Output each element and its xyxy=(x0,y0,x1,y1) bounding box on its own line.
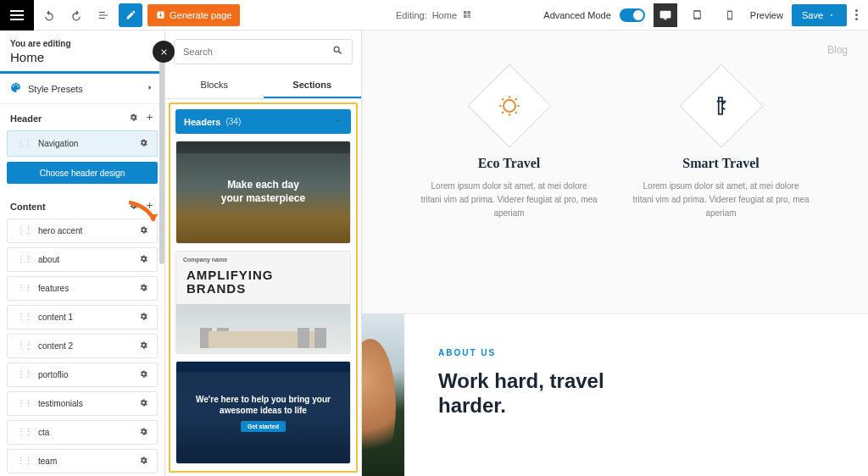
drag-handle-icon: ⋮⋮ xyxy=(16,398,31,409)
content-item[interactable]: ⋮⋮content 2 xyxy=(7,334,158,358)
more-menu[interactable] xyxy=(855,9,858,20)
item-gear-icon[interactable] xyxy=(139,283,148,294)
about-label: ABOUT US xyxy=(438,348,834,357)
palette-icon xyxy=(10,82,21,95)
eco-icon xyxy=(467,64,551,148)
content-add-icon[interactable] xyxy=(145,201,154,212)
chevron-right-icon xyxy=(145,83,154,94)
content-settings-icon[interactable] xyxy=(129,201,138,212)
svg-rect-4 xyxy=(718,97,721,114)
drag-handle-icon: ⋮⋮ xyxy=(16,369,31,380)
header-preview-1[interactable]: Make each dayyour masterpiece xyxy=(175,141,351,244)
svg-rect-0 xyxy=(10,10,24,12)
svg-point-3 xyxy=(504,100,515,112)
drag-handle-icon: ⋮⋮ xyxy=(16,254,31,265)
device-mobile[interactable] xyxy=(718,3,742,27)
content-item[interactable]: ⋮⋮about xyxy=(7,247,158,272)
device-desktop[interactable] xyxy=(654,3,677,27)
feature-smart-travel: Smart Travel Lorem ipsum dolor sit amet,… xyxy=(632,76,810,220)
tab-sections[interactable]: Sections xyxy=(264,73,362,98)
header-preview-2[interactable]: Company name AMPLIFYINGBRANDS xyxy=(175,251,351,354)
edit-mode-button[interactable] xyxy=(119,3,142,27)
editing-small-label: You are editing xyxy=(10,39,154,48)
drag-handle-icon: ⋮⋮ xyxy=(16,225,31,236)
smart-icon xyxy=(679,64,763,148)
headers-accordion[interactable]: Headers (34) xyxy=(175,109,351,134)
drag-handle-icon: ⋮⋮ xyxy=(16,456,31,467)
item-gear-icon[interactable] xyxy=(139,225,148,236)
tab-blocks[interactable]: Blocks xyxy=(165,73,264,98)
search-field[interactable] xyxy=(174,39,353,64)
content-item[interactable]: ⋮⋮features xyxy=(7,276,158,301)
generate-label: Generate page xyxy=(170,10,231,20)
drag-handle-icon: ⋮⋮ xyxy=(16,138,31,149)
item-gear-icon[interactable] xyxy=(139,312,148,323)
navigation-item[interactable]: ⋮⋮ Navigation xyxy=(7,130,158,157)
undo-button[interactable] xyxy=(37,3,61,27)
content-item[interactable]: ⋮⋮cta xyxy=(7,420,158,445)
item-gear-icon[interactable] xyxy=(139,398,148,409)
preview-link[interactable]: Preview xyxy=(750,10,783,20)
content-item[interactable]: ⋮⋮team xyxy=(7,449,158,473)
drag-handle-icon: ⋮⋮ xyxy=(16,283,31,294)
header-settings-icon[interactable] xyxy=(129,113,138,124)
content-item[interactable]: ⋮⋮testimonials xyxy=(7,391,158,416)
generate-page-button[interactable]: Generate page xyxy=(147,4,240,26)
feature-eco-travel: Eco Travel Lorem ipsum dolor sit amet, a… xyxy=(420,76,598,220)
svg-rect-2 xyxy=(10,19,24,20)
drag-handle-icon: ⋮⋮ xyxy=(16,427,31,438)
item-gear-icon[interactable] xyxy=(139,340,148,351)
item-gear-icon[interactable] xyxy=(139,456,148,467)
save-button[interactable]: Save xyxy=(792,4,847,26)
page-title: Home xyxy=(10,50,154,64)
header-add-icon[interactable] xyxy=(145,113,154,124)
item-gear-icon[interactable] xyxy=(139,254,148,265)
navigation-gear-icon[interactable] xyxy=(139,138,148,149)
advanced-mode-label: Advanced Mode xyxy=(543,10,611,20)
content-group-label: Content xyxy=(0,192,164,219)
content-item[interactable]: ⋮⋮hero accent xyxy=(7,219,158,243)
close-panel-button[interactable] xyxy=(153,41,175,63)
header-preview-3[interactable]: We're here to help you bring yourawesome… xyxy=(175,361,351,464)
search-icon xyxy=(332,45,343,58)
search-input[interactable] xyxy=(183,47,332,57)
drag-handle-icon: ⋮⋮ xyxy=(16,312,31,323)
outline-button[interactable] xyxy=(92,3,115,27)
redo-button[interactable] xyxy=(64,3,88,27)
drag-handle-icon: ⋮⋮ xyxy=(16,340,31,351)
nav-blog-link[interactable]: Blog xyxy=(827,44,848,56)
chevron-up-icon xyxy=(333,116,342,127)
menu-button[interactable] xyxy=(0,0,34,30)
page-settings-icon[interactable] xyxy=(462,9,472,21)
content-item[interactable]: ⋮⋮portoflio xyxy=(7,363,158,387)
editing-indicator: Editing: Home xyxy=(396,0,472,30)
header-group-label: Header xyxy=(0,104,164,130)
choose-header-design-button[interactable]: Choose header design xyxy=(7,162,158,184)
advanced-mode-toggle[interactable] xyxy=(620,8,645,22)
device-tablet[interactable] xyxy=(686,3,709,27)
hero-heading: Work hard, travelharder. xyxy=(438,369,834,418)
svg-rect-1 xyxy=(10,14,24,16)
style-presets-row[interactable]: Style Presets xyxy=(0,74,164,104)
item-gear-icon[interactable] xyxy=(139,369,148,380)
hero-image xyxy=(362,313,404,476)
content-item[interactable]: ⋮⋮content 1 xyxy=(7,305,158,329)
item-gear-icon[interactable] xyxy=(139,427,148,438)
